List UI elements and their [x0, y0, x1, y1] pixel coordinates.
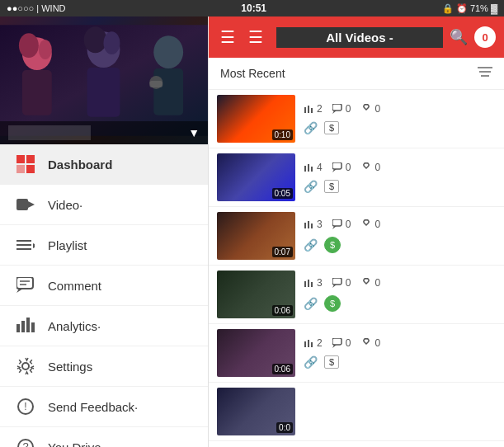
video-item[interactable]: 0:05 4 0 0 🔗 $ — [209, 148, 504, 207]
video-item[interactable]: 0:06 2 0 0 🔗 $ — [209, 324, 504, 383]
svg-rect-43 — [332, 162, 341, 169]
sidebar-item-help[interactable]: ? You Drive· — [0, 427, 208, 447]
video-item[interactable]: 0:06 3 0 0 🔗 $ — [209, 266, 504, 324]
views-count: 4 — [317, 162, 323, 173]
video-item[interactable]: 0:0 — [209, 383, 504, 441]
comment-icon — [13, 275, 38, 295]
settings-icon — [13, 356, 38, 376]
likes-count: 0 — [374, 337, 380, 349]
video-thumbnail[interactable]: 0:07 — [217, 212, 295, 260]
svg-marker-18 — [33, 243, 35, 248]
video-actions: 🔗 $ — [304, 355, 496, 369]
video-actions: 🔗 $ — [304, 180, 496, 193]
svg-text:?: ? — [22, 440, 28, 447]
views-stat: 2 — [304, 337, 323, 349]
filter-icon[interactable] — [478, 66, 492, 81]
nav-label-video: Video· — [48, 198, 82, 212]
main-container: ▼ Dashboard Video· — [0, 16, 504, 447]
link-icon[interactable]: 🔗 — [304, 297, 318, 310]
likes-count: 0 — [374, 277, 380, 289]
notification-badge[interactable]: 0 — [474, 26, 496, 48]
hamburger-button-2[interactable]: ☰ — [245, 24, 266, 50]
sidebar: ▼ Dashboard Video· — [0, 16, 209, 447]
sidebar-name-bar: ▼ — [0, 121, 208, 144]
sidebar-header: ▼ — [0, 16, 208, 144]
video-list: 0:10 2 0 0 🔗 $ — [209, 90, 504, 447]
likes-stat: 0 — [360, 162, 380, 173]
video-meta: 3 0 0 🔗 $ — [304, 219, 496, 253]
views-stat: 3 — [304, 219, 323, 230]
video-stats: 3 0 0 — [304, 277, 496, 289]
link-icon[interactable]: 🔗 — [304, 355, 318, 369]
sidebar-item-analytics[interactable]: Analytics· — [0, 306, 208, 346]
monetization-badge-active: $ — [324, 237, 341, 253]
svg-rect-26 — [31, 322, 35, 332]
svg-rect-41 — [308, 164, 309, 172]
sidebar-item-video[interactable]: Video· — [0, 185, 208, 225]
link-icon[interactable]: 🔗 — [304, 121, 318, 134]
svg-rect-35 — [304, 107, 306, 113]
video-actions: 🔗 $ — [304, 295, 496, 312]
dropdown-arrow-icon[interactable]: ▼ — [188, 126, 200, 139]
video-thumbnail[interactable]: 0:06 — [217, 271, 295, 318]
sidebar-item-comment[interactable]: Comment — [0, 266, 208, 306]
svg-text:!: ! — [24, 401, 26, 412]
signal-status: ●●○○○ | WIND — [7, 3, 66, 13]
svg-point-9 — [153, 35, 183, 68]
video-thumbnail[interactable]: 0:0 — [217, 388, 295, 435]
svg-rect-2 — [22, 70, 52, 115]
monetization-badge: $ — [324, 355, 339, 369]
nav-label-comment: Comment — [48, 279, 101, 293]
svg-rect-40 — [304, 166, 306, 172]
svg-rect-48 — [332, 219, 341, 226]
comments-stat: 0 — [332, 219, 351, 230]
svg-rect-47 — [311, 224, 313, 228]
likes-stat: 0 — [360, 277, 380, 289]
comments-count: 0 — [346, 277, 351, 289]
comments-count: 0 — [346, 162, 351, 173]
video-duration: 0:0 — [276, 422, 293, 433]
views-count: 3 — [317, 219, 323, 230]
video-thumbnail[interactable]: 0:05 — [217, 153, 295, 201]
svg-rect-25 — [26, 318, 30, 332]
video-stats: 3 0 0 — [304, 219, 496, 230]
video-duration: 0:06 — [272, 364, 293, 374]
search-button[interactable]: 🔍 — [450, 28, 468, 46]
filter-bar: Most Recent — [209, 58, 504, 90]
video-thumbnail[interactable]: 0:06 — [217, 329, 295, 377]
svg-point-3 — [19, 33, 39, 58]
content-area: ☰ ☰ All Videos - 🔍 0 Most Recent 0:10 — [209, 16, 504, 447]
svg-rect-13 — [16, 199, 28, 210]
svg-rect-55 — [304, 341, 306, 347]
likes-count: 0 — [374, 103, 380, 115]
sidebar-item-feedback[interactable]: ! Send Feedback· — [0, 387, 208, 427]
nav-label-playlist: Playlist — [48, 238, 87, 252]
video-actions: 🔗 $ — [304, 237, 496, 253]
sidebar-item-playlist[interactable]: Playlist — [0, 225, 208, 266]
video-meta: 4 0 0 🔗 $ — [304, 162, 496, 193]
svg-rect-56 — [308, 340, 309, 347]
sidebar-item-settings[interactable]: Settings — [0, 346, 208, 387]
svg-point-4 — [39, 40, 52, 59]
video-thumbnail[interactable]: 0:10 — [217, 95, 295, 143]
svg-rect-38 — [332, 104, 341, 111]
hamburger-button-1[interactable]: ☰ — [217, 24, 238, 50]
analytics-icon — [13, 316, 38, 336]
comments-count: 0 — [346, 337, 351, 349]
svg-rect-50 — [304, 281, 306, 287]
svg-point-27 — [22, 363, 29, 369]
svg-rect-57 — [311, 342, 313, 347]
top-bar-actions: 🔍 0 — [450, 26, 496, 48]
video-item[interactable]: 0:07 3 0 0 🔗 $ — [209, 207, 504, 266]
video-stats: 4 0 0 — [304, 162, 496, 173]
video-item[interactable]: 0:10 2 0 0 🔗 $ — [209, 90, 504, 148]
sidebar-item-dashboard[interactable]: Dashboard — [0, 144, 208, 185]
comments-stat: 0 — [332, 162, 351, 173]
svg-rect-37 — [311, 108, 313, 113]
views-count: 2 — [317, 103, 323, 115]
link-icon[interactable]: 🔗 — [304, 238, 318, 252]
page-title: All Videos - — [276, 27, 443, 48]
channel-name-input[interactable] — [8, 125, 91, 140]
link-icon[interactable]: 🔗 — [304, 180, 318, 193]
sidebar-nav: Dashboard Video· Pl — [0, 144, 208, 447]
